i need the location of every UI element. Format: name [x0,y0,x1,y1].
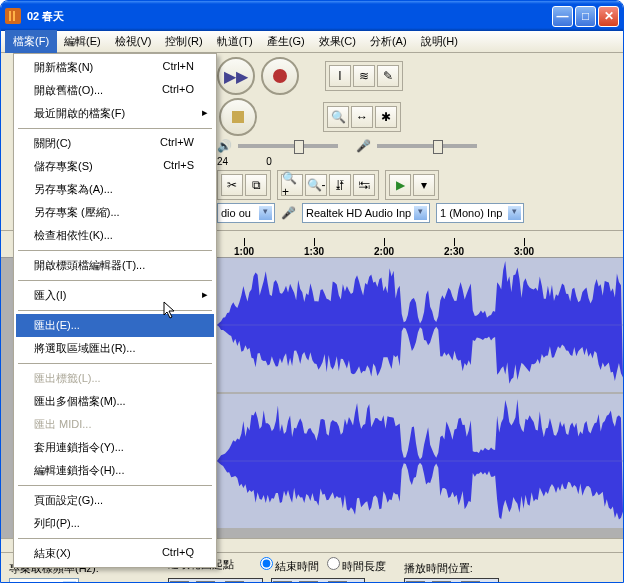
maximize-button[interactable]: □ [575,6,596,27]
menu-effect[interactable]: 效果(C) [312,31,363,52]
menu-item[interactable]: 另存專案 (壓縮)... [16,201,214,224]
window-title: 02 春天 [25,9,550,24]
timeline-tick: 1:00 [234,238,254,257]
menu-item[interactable]: 最近開啟的檔案(F)▸ [16,102,214,125]
selection-end-time[interactable]: 00h 00m 00s ▾ [271,578,366,583]
menu-item[interactable]: 另存專案為(A)... [16,178,214,201]
zoom-group: 🔍+ 🔍- ⭿ ⭾ [277,170,379,200]
app-window: 02 春天 — □ ✕ 檔案(F) 編輯(E) 檢視(V) 控制(R) 軌道(T… [0,0,624,583]
menu-item[interactable]: 列印(P)... [16,512,214,535]
menu-view[interactable]: 檢視(V) [108,31,159,52]
menu-item[interactable]: 套用連鎖指令(Y)... [16,436,214,459]
menu-item[interactable]: 將選取區域匯出(R)... [16,337,214,360]
play-position-time[interactable]: 00h 00m 00s ▾ [404,578,499,583]
record-button[interactable] [261,57,299,95]
envelope-tool[interactable]: ≋ [353,65,375,87]
menu-file[interactable]: 檔案(F) [5,30,57,53]
timeline-tick: 1:30 [304,238,324,257]
menu-item: 匯出 MIDI... [16,413,214,436]
menu-item[interactable]: 檢查相依性(K)... [16,224,214,247]
end-time-radio[interactable]: 結束時間 [260,557,319,574]
input-slider[interactable] [377,144,477,148]
menu-item[interactable]: 儲存專案(S)Ctrl+S [16,155,214,178]
menu-analyze[interactable]: 分析(A) [363,31,414,52]
output-device-combo[interactable]: dio ou [217,203,275,223]
input-device-icon [281,206,296,220]
waveform-channel-left[interactable] [217,258,623,392]
play-menu-button[interactable]: ▾ [413,174,435,196]
selection-tool[interactable]: I [329,65,351,87]
tools-group: I ≋ ✎ [325,61,403,91]
menu-generate[interactable]: 產生(G) [260,31,312,52]
menu-tracks[interactable]: 軌道(T) [210,31,260,52]
menu-item[interactable]: 編輯連鎖指令(H)... [16,459,214,482]
play-position-label: 播放時間位置: [404,561,499,576]
stop-button[interactable] [219,98,257,136]
menu-item[interactable]: 匯出(E)... [16,314,214,337]
volume-slider[interactable] [238,144,338,148]
waveform-channel-right[interactable] [217,394,623,528]
timeline-tick: 2:30 [444,238,464,257]
multi-tool[interactable]: ✱ [375,106,397,128]
menu-item[interactable]: 結束(X)Ctrl+Q [16,542,214,565]
menu-transport[interactable]: 控制(R) [158,31,209,52]
menu-item[interactable]: 關閉(C)Ctrl+W [16,132,214,155]
zoom-sel-button[interactable]: ⭾ [353,174,375,196]
menu-item[interactable]: 開啟舊檔(O)...Ctrl+O [16,79,214,102]
zoom-tool[interactable]: 🔍 [327,106,349,128]
menu-edit[interactable]: 編輯(E) [57,31,108,52]
timeshift-tool[interactable]: ↔ [351,106,373,128]
timeline-tick: 2:00 [374,238,394,257]
titlebar[interactable]: 02 春天 — □ ✕ [1,1,623,31]
menu-item[interactable]: 開新檔案(N)Ctrl+N [16,56,214,79]
edit-group: ✂ ⧉ [217,170,271,200]
draw-tool[interactable]: ✎ [377,65,399,87]
selection-start-time[interactable]: 00h 00m 00s ▾ [168,578,263,583]
copy-button[interactable]: ⧉ [245,174,267,196]
menu-item: 匯出標籤(L)... [16,367,214,390]
app-icon [5,8,21,24]
length-radio[interactable]: 時間長度 [327,557,386,574]
file-menu-dropdown: 開新檔案(N)Ctrl+N開啟舊檔(O)...Ctrl+O最近開啟的檔案(F)▸… [13,53,217,568]
menu-item[interactable]: 匯出多個檔案(M)... [16,390,214,413]
timeline-tick: 3:00 [514,238,534,257]
cut-button[interactable]: ✂ [221,174,243,196]
menu-help[interactable]: 說明(H) [414,31,465,52]
minimize-button[interactable]: — [552,6,573,27]
close-button[interactable]: ✕ [598,6,619,27]
zoom-fit-button[interactable]: ⭿ [329,174,351,196]
tools-group-2: 🔍 ↔ ✱ [323,102,401,132]
zoom-in-button[interactable]: 🔍+ [281,174,303,196]
forward-button[interactable]: ▶▶ [217,57,255,95]
record-icon [273,69,287,83]
play-group: ▶ ▾ [385,170,439,200]
stop-icon [232,111,244,123]
menu-item[interactable]: 頁面設定(G)... [16,489,214,512]
mic-icon [356,139,371,153]
menu-item[interactable]: 開啟標頭檔編輯器(T)... [16,254,214,277]
sample-rate-combo[interactable]: 44100 [9,578,79,583]
input-device-combo[interactable]: Realtek HD Audio Inp [302,203,430,223]
zoom-out-button[interactable]: 🔍- [305,174,327,196]
speaker-icon [217,139,232,153]
channels-combo[interactable]: 1 (Mono) Inp [436,203,524,223]
play-button[interactable]: ▶ [389,174,411,196]
meter-label-left: 24 [217,156,228,167]
menubar: 檔案(F) 編輯(E) 檢視(V) 控制(R) 軌道(T) 產生(G) 效果(C… [1,31,623,53]
menu-item[interactable]: 匯入(I)▸ [16,284,214,307]
meter-label-zero: 0 [266,156,272,167]
